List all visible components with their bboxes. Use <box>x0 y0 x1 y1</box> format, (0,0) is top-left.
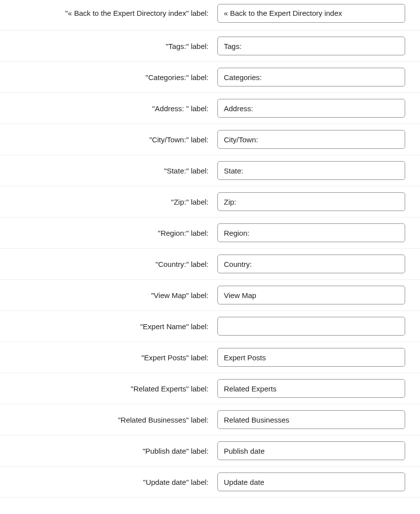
form-row-city-town: "City/Town:" label: <box>0 124 420 155</box>
form-row-back: "« Back to the Expert Directory index" l… <box>0 0 420 31</box>
field-input-cell-tags <box>217 37 420 55</box>
field-input-cell-update-date <box>217 472 420 491</box>
input-country[interactable] <box>217 255 405 273</box>
form-row-address: "Address: " label: <box>0 93 420 124</box>
input-back[interactable] <box>217 4 405 23</box>
field-input-cell-zip <box>217 192 420 211</box>
input-related-experts[interactable] <box>217 379 405 398</box>
field-label-related-experts: "Related Experts" label: <box>0 385 217 393</box>
input-expert-posts[interactable] <box>217 348 405 367</box>
input-state[interactable] <box>217 161 405 180</box>
field-label-related-businesses: "Related Businesses" label: <box>0 416 217 424</box>
input-zip[interactable] <box>217 192 405 211</box>
input-region[interactable] <box>217 223 405 242</box>
field-input-cell-related-businesses <box>217 410 420 429</box>
field-input-cell-expert-name <box>217 317 420 336</box>
field-input-cell-country <box>217 255 420 273</box>
input-tags[interactable] <box>217 37 405 55</box>
field-input-cell-publish-date <box>217 441 420 460</box>
field-label-back: "« Back to the Expert Directory index" l… <box>0 9 217 17</box>
field-input-cell-city-town <box>217 130 420 149</box>
form-row-state: "State:" label: <box>0 155 420 186</box>
field-label-publish-date: "Publish date" label: <box>0 447 217 455</box>
input-address[interactable] <box>217 99 405 118</box>
field-label-view-map: "View Map" label: <box>0 291 217 300</box>
label-editor-form: "« Back to the Expert Directory index" l… <box>0 0 420 498</box>
field-input-cell-address <box>217 99 420 118</box>
form-row-tags: "Tags:" label: <box>0 31 420 62</box>
form-row-country: "Country:" label: <box>0 249 420 280</box>
form-row-region: "Region:" label: <box>0 217 420 249</box>
input-update-date[interactable] <box>217 472 405 491</box>
field-input-cell-related-experts <box>217 379 420 398</box>
input-related-businesses[interactable] <box>217 410 405 429</box>
form-row-update-date: "Update date" label: <box>0 467 420 498</box>
field-input-cell-categories <box>217 68 420 86</box>
field-label-region: "Region:" label: <box>0 229 217 237</box>
field-input-cell-back <box>217 4 420 23</box>
form-row-related-businesses: "Related Businesses" label: <box>0 404 420 435</box>
field-input-cell-region <box>217 223 420 242</box>
field-label-categories: "Categories:" label: <box>0 73 217 82</box>
field-input-cell-state <box>217 161 420 180</box>
input-city-town[interactable] <box>217 130 405 149</box>
field-label-country: "Country:" label: <box>0 260 217 268</box>
form-row-zip: "Zip:" label: <box>0 186 420 217</box>
form-row-related-experts: "Related Experts" label: <box>0 373 420 404</box>
field-label-update-date: "Update date" label: <box>0 478 217 486</box>
field-input-cell-expert-posts <box>217 348 420 367</box>
form-row-expert-posts: "Expert Posts" label: <box>0 342 420 373</box>
input-publish-date[interactable] <box>217 441 405 460</box>
field-label-city-town: "City/Town:" label: <box>0 135 217 144</box>
field-label-expert-posts: "Expert Posts" label: <box>0 353 217 362</box>
form-row-expert-name: "Expert Name" label: <box>0 311 420 342</box>
input-expert-name[interactable] <box>217 317 405 336</box>
field-label-tags: "Tags:" label: <box>0 42 217 50</box>
input-categories[interactable] <box>217 68 405 86</box>
form-row-categories: "Categories:" label: <box>0 62 420 93</box>
form-row-publish-date: "Publish date" label: <box>0 435 420 467</box>
field-label-state: "State:" label: <box>0 167 217 175</box>
field-label-address: "Address: " label: <box>0 104 217 113</box>
field-label-expert-name: "Expert Name" label: <box>0 322 217 331</box>
input-view-map[interactable] <box>217 286 405 304</box>
field-input-cell-view-map <box>217 286 420 304</box>
field-label-zip: "Zip:" label: <box>0 198 217 206</box>
form-row-view-map: "View Map" label: <box>0 280 420 311</box>
